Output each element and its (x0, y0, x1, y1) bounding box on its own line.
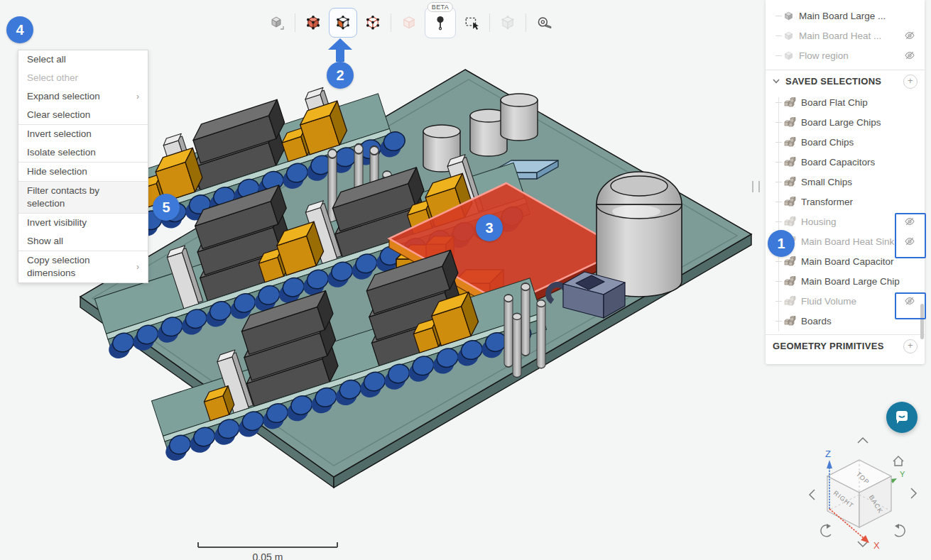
item-label: Housing (801, 216, 837, 227)
measure-tape-icon (536, 15, 552, 31)
tree-item-main-board-large-[interactable]: Main Board Large ... (766, 6, 925, 26)
menu-item-clear-selection[interactable]: Clear selection (18, 106, 148, 124)
navigation-gizmo: Y TOP RIGHT BACK Z X (795, 426, 930, 558)
visibility-off-icon[interactable] (904, 50, 915, 61)
beta-badge: BETA (428, 2, 453, 12)
selection-mode-button[interactable] (264, 9, 290, 36)
faded-cube-icon (401, 15, 417, 31)
scale-bar-label: 0.05 m (197, 551, 338, 560)
selection-group-icon (783, 117, 796, 127)
y-axis-label: Y (900, 470, 905, 478)
saved-selection-board-large-chips[interactable]: Board Large Chips (766, 112, 925, 132)
menu-item-show-all[interactable]: Show all (18, 232, 148, 251)
cube-icon (268, 14, 285, 31)
submenu-arrow-icon: › (136, 90, 139, 103)
viewcube[interactable]: TOP RIGHT BACK (827, 460, 891, 527)
roll-cw-button[interactable] (895, 524, 905, 537)
tree-item-flow-region[interactable]: Flow region (766, 45, 925, 65)
select-volumes-icon (305, 15, 321, 31)
toolbar-separator (489, 13, 490, 32)
item-label: Main Board Heat Sink (801, 236, 894, 247)
x-axis-label: X (873, 540, 880, 551)
saved-selection-board-capacitors[interactable]: Board Capacitors (766, 152, 925, 172)
toolbar-separator (526, 13, 526, 32)
select-vertices-button[interactable] (360, 9, 386, 36)
add-geometry-primitive-button[interactable]: + (903, 339, 918, 353)
select-volumes-button[interactable] (300, 9, 326, 36)
geometry-primitives-title: GEOMETRY PRIMITIVES (773, 341, 884, 351)
select-vertices-icon (365, 15, 381, 31)
rotate-down-chevron[interactable] (858, 542, 868, 547)
tree-item-main-board-heat-[interactable]: Main Board Heat ... (766, 26, 925, 45)
home-view-button[interactable] (893, 456, 903, 466)
toolbar-separator (391, 13, 391, 32)
annotation-marker-2: 2 (327, 62, 354, 89)
frame-selection-button[interactable] (495, 9, 521, 36)
submenu-arrow-icon: › (136, 260, 139, 273)
tree-tick (775, 182, 782, 182)
tree-tick (775, 261, 782, 262)
add-saved-selection-button[interactable]: + (903, 75, 918, 89)
annotation-marker-1: 1 (768, 230, 795, 257)
rotate-up-chevron[interactable] (858, 438, 868, 443)
tree-tick (775, 281, 782, 282)
scale-bar-line (197, 539, 338, 548)
visibility-highlight-box-1 (895, 213, 926, 258)
menu-item-filter-contacts-by-selection[interactable]: Filter contacts by selection (18, 182, 148, 213)
tree-tick (775, 301, 782, 302)
menu-item-expand-selection[interactable]: Expand selection› (18, 87, 148, 106)
geometry-primitives-header[interactable]: GEOMETRY PRIMITIVES + (766, 334, 925, 357)
tree-tick (775, 202, 782, 202)
probe-point-icon (432, 15, 448, 31)
selection-group-icon (783, 197, 796, 207)
measure-button[interactable] (531, 9, 557, 36)
toolbar-separator (295, 13, 295, 32)
tree-tick (775, 321, 782, 322)
probe-point-button[interactable]: BETA (425, 7, 456, 38)
menu-item-invert-visibility[interactable]: Invert visibility (18, 214, 148, 232)
saved-selection-transformer[interactable]: Transformer (766, 192, 925, 212)
cube-icon (783, 11, 794, 21)
selection-group-icon (783, 216, 796, 226)
saved-selections-title: SAVED SELECTIONS (785, 76, 881, 87)
saved-selection-board-chips[interactable]: Board Chips (766, 132, 925, 152)
selection-group-icon (783, 276, 796, 286)
tree-tick (775, 35, 782, 36)
rotate-right-chevron[interactable] (911, 488, 916, 498)
menu-item-isolate-selection[interactable]: Isolate selection (18, 143, 148, 162)
item-label: Board Chips (801, 137, 854, 148)
selection-group-icon (783, 157, 796, 167)
saved-selections-header[interactable]: SAVED SELECTIONS + (766, 70, 925, 92)
saved-selection-main-board-large-chip[interactable]: Main Board Large Chip (766, 271, 925, 291)
saved-selection-board-flat-chip[interactable]: Board Flat Chip (766, 92, 925, 112)
chat-support-button[interactable] (886, 402, 918, 433)
geometry-tree: Main Board Large ...Main Board Heat ...F… (766, 0, 925, 65)
selection-group-icon (783, 316, 796, 326)
item-label: Main Board Heat ... (799, 31, 881, 41)
menu-item-invert-selection[interactable]: Invert selection (18, 125, 148, 143)
chat-bubble-icon (893, 409, 910, 426)
select-bodies-button[interactable] (396, 9, 422, 36)
tree-tick (775, 162, 782, 163)
menu-item-hide-selection[interactable]: Hide selection (18, 163, 148, 181)
select-faces-button[interactable] (329, 8, 357, 38)
selection-group-icon (783, 296, 796, 306)
panel-resize-handle[interactable] (752, 181, 760, 192)
wireframe-cube-icon (500, 15, 516, 31)
roll-ccw-button[interactable] (821, 524, 831, 537)
saved-selection-small-chips[interactable]: Small Chips (766, 172, 925, 192)
selection-toolbar: BETA (264, 7, 557, 38)
z-axis-label: Z (825, 449, 831, 459)
visibility-highlight-box-2 (895, 292, 926, 319)
chevron-down-icon (773, 79, 780, 84)
rotate-left-chevron[interactable] (810, 490, 815, 500)
visibility-off-icon[interactable] (904, 30, 915, 41)
annotation-marker-3: 3 (476, 214, 503, 241)
tree-tick (775, 142, 782, 143)
tree-tick (775, 221, 782, 222)
annotation-arrow (325, 38, 355, 62)
menu-item-copy-selection-dimensions[interactable]: Copy selection dimensions› (18, 251, 148, 282)
item-label: Small Chips (801, 177, 852, 187)
box-select-button[interactable] (459, 9, 484, 36)
menu-item-select-all[interactable]: Select all (18, 50, 148, 69)
